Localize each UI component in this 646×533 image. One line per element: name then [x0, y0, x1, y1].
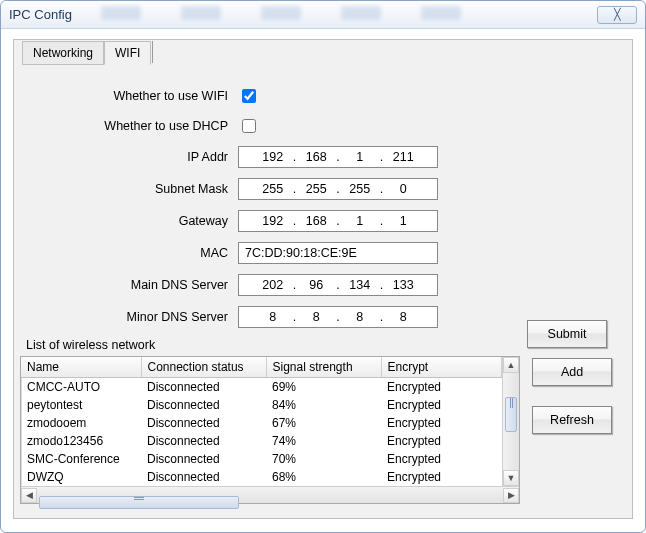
scroll-thumb[interactable]	[505, 397, 517, 432]
cell-status: Disconnected	[141, 432, 266, 450]
wifi-table: Name Connection status Signal strength E…	[20, 356, 520, 504]
cell-status: Disconnected	[141, 396, 266, 414]
main-dns-label: Main DNS Server	[20, 278, 238, 292]
cell-status: Disconnected	[141, 414, 266, 432]
subnet-octet-3[interactable]	[344, 181, 376, 197]
use-dhcp-checkbox[interactable]	[242, 119, 256, 133]
minor-dns-input[interactable]: . . .	[238, 306, 438, 328]
minor-dns-label: Minor DNS Server	[20, 310, 238, 324]
cell-name: peytontest	[21, 396, 141, 414]
table-row[interactable]: DWZQDisconnected68%Encrypted	[21, 468, 502, 486]
cell-signal: 68%	[266, 468, 381, 486]
scroll-down-icon[interactable]: ▼	[503, 470, 519, 486]
cell-encrypt: Encrypted	[381, 378, 502, 397]
cell-signal: 84%	[266, 396, 381, 414]
minor-dns-octet-1[interactable]	[257, 309, 289, 325]
cell-signal: 74%	[266, 432, 381, 450]
ipc-config-window: IPC Config ╳ Networking WIFI Whether to …	[0, 0, 646, 533]
subnet-octet-1[interactable]	[257, 181, 289, 197]
tab-wifi[interactable]: WIFI	[104, 41, 151, 65]
scroll-left-icon[interactable]: ◀	[21, 488, 37, 503]
gateway-octet-1[interactable]	[257, 213, 289, 229]
ip-octet-1[interactable]	[257, 149, 289, 165]
gateway-octet-4[interactable]	[387, 213, 419, 229]
close-icon: ╳	[614, 8, 621, 21]
gateway-octet-2[interactable]	[300, 213, 332, 229]
main-dns-input[interactable]: . . .	[238, 274, 438, 296]
mac-label: MAC	[20, 246, 238, 260]
main-dns-octet-1[interactable]	[257, 277, 289, 293]
table-row[interactable]: SMC-ConferenceDisconnected70%Encrypted	[21, 450, 502, 468]
window-title: IPC Config	[9, 7, 597, 22]
cell-name: SMC-Conference	[21, 450, 141, 468]
hscroll-thumb[interactable]	[39, 496, 239, 509]
mac-value: 7C:DD:90:18:CE:9E	[238, 242, 438, 264]
vertical-scrollbar[interactable]: ▲ ▼	[502, 357, 519, 486]
table-row[interactable]: peytontestDisconnected84%Encrypted	[21, 396, 502, 414]
subnet-input[interactable]: . . .	[238, 178, 438, 200]
col-encrypt[interactable]: Encrypt	[381, 357, 502, 378]
use-wifi-label: Whether to use WIFI	[20, 89, 238, 103]
col-name[interactable]: Name	[21, 357, 141, 378]
col-status[interactable]: Connection status	[141, 357, 266, 378]
titlebar: IPC Config ╳	[1, 1, 645, 29]
cell-signal: 67%	[266, 414, 381, 432]
cell-encrypt: Encrypted	[381, 414, 502, 432]
subnet-octet-2[interactable]	[300, 181, 332, 197]
gateway-label: Gateway	[20, 214, 238, 228]
subnet-label: Subnet Mask	[20, 182, 238, 196]
cell-encrypt: Encrypted	[381, 396, 502, 414]
ip-octet-4[interactable]	[387, 149, 419, 165]
gateway-input[interactable]: . . .	[238, 210, 438, 232]
cell-name: zmodo123456	[21, 432, 141, 450]
col-signal[interactable]: Signal strength	[266, 357, 381, 378]
subnet-octet-4[interactable]	[387, 181, 419, 197]
ip-input[interactable]: . . .	[238, 146, 438, 168]
main-dns-octet-3[interactable]	[344, 277, 376, 293]
minor-dns-octet-3[interactable]	[344, 309, 376, 325]
submit-button[interactable]: Submit	[527, 320, 607, 348]
add-button[interactable]: Add	[532, 358, 612, 386]
minor-dns-octet-4[interactable]	[387, 309, 419, 325]
cell-status: Disconnected	[141, 450, 266, 468]
cell-name: zmodooem	[21, 414, 141, 432]
scroll-right-icon[interactable]: ▶	[503, 488, 519, 503]
scroll-up-icon[interactable]: ▲	[503, 357, 519, 373]
table-row[interactable]: zmodo123456Disconnected74%Encrypted	[21, 432, 502, 450]
cell-encrypt: Encrypted	[381, 468, 502, 486]
cell-signal: 69%	[266, 378, 381, 397]
tab-panel: Networking WIFI Whether to use WIFI Whet…	[13, 39, 633, 519]
wifi-form: Whether to use WIFI Whether to use DHCP …	[20, 86, 626, 328]
cell-encrypt: Encrypted	[381, 450, 502, 468]
refresh-button[interactable]: Refresh	[532, 406, 612, 434]
cell-encrypt: Encrypted	[381, 432, 502, 450]
table-row[interactable]: zmodooemDisconnected67%Encrypted	[21, 414, 502, 432]
cell-status: Disconnected	[141, 378, 266, 397]
ip-octet-3[interactable]	[344, 149, 376, 165]
ip-label: IP Addr	[20, 150, 238, 164]
main-dns-octet-4[interactable]	[387, 277, 419, 293]
cell-name: CMCC-AUTO	[21, 378, 141, 397]
cell-name: DWZQ	[21, 468, 141, 486]
tab-networking[interactable]: Networking	[22, 41, 104, 65]
minor-dns-octet-2[interactable]	[300, 309, 332, 325]
ip-octet-2[interactable]	[300, 149, 332, 165]
close-button[interactable]: ╳	[597, 6, 637, 24]
table-row[interactable]: CMCC-AUTODisconnected69%Encrypted	[21, 378, 502, 397]
cell-status: Disconnected	[141, 468, 266, 486]
horizontal-scrollbar[interactable]: ◀ ▶	[21, 486, 519, 503]
use-wifi-checkbox[interactable]	[242, 89, 256, 103]
main-dns-octet-2[interactable]	[300, 277, 332, 293]
use-dhcp-label: Whether to use DHCP	[20, 119, 238, 133]
gateway-octet-3[interactable]	[344, 213, 376, 229]
cell-signal: 70%	[266, 450, 381, 468]
